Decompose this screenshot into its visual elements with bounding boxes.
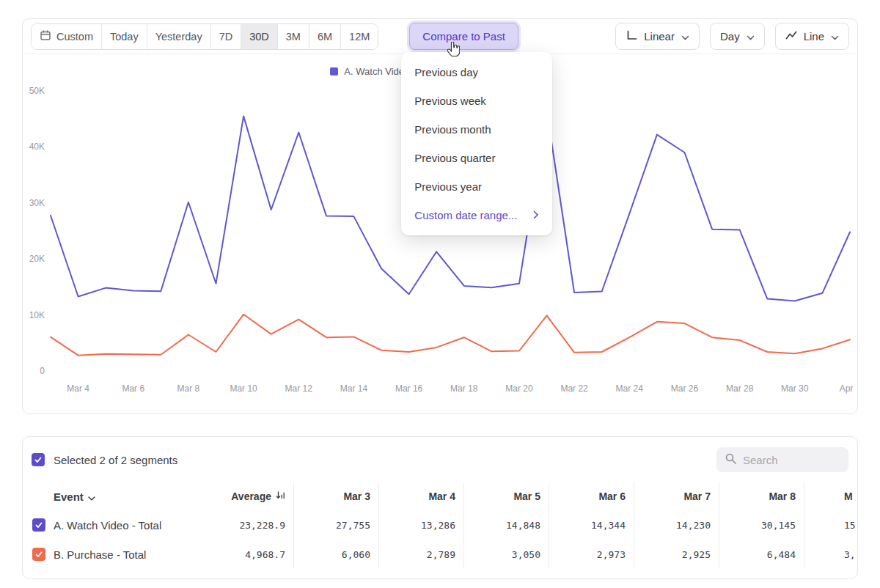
- svg-text:Mar 22: Mar 22: [560, 383, 588, 394]
- segment-label: A. Watch Video - Total: [54, 519, 161, 532]
- menu-item-previous-quarter[interactable]: Previous quarter: [401, 144, 552, 172]
- svg-text:Mar 28: Mar 28: [726, 383, 754, 394]
- selected-summary: Selected 2 of 2 segments: [54, 454, 177, 466]
- cell-value: 13,286: [421, 520, 455, 531]
- cell-value: 2,789: [427, 549, 455, 560]
- cell-value: 2,925: [682, 549, 711, 560]
- search-icon: [725, 452, 737, 468]
- cell-value: 30,145: [761, 520, 796, 531]
- svg-text:Mar 10: Mar 10: [230, 383, 257, 394]
- table-row-purchase: B. Purchase - Total 4,968.7 6,060 2,789 …: [23, 540, 857, 569]
- svg-text:40K: 40K: [29, 142, 45, 152]
- date-column-header-clipped: M: [804, 482, 858, 510]
- compare-to-past-wrapper: Compare to Past Previous day Previous we…: [409, 23, 518, 50]
- custom-date-range-label: Custom date range...: [414, 209, 517, 221]
- scale-label: Linear: [644, 30, 675, 43]
- search-box[interactable]: [716, 447, 848, 472]
- date-range-group: Custom Today Yesterday 7D 30D 3M 6M 12M: [31, 23, 378, 50]
- average-value: 23,228.9: [239, 520, 285, 531]
- menu-item-previous-week[interactable]: Previous week: [401, 87, 552, 115]
- average-column-header[interactable]: Average: [206, 482, 294, 510]
- cell-value: 6,484: [767, 549, 796, 560]
- svg-text:Mar 16: Mar 16: [395, 383, 423, 394]
- chevron-down-icon: [681, 30, 689, 43]
- cell-value: 6,060: [342, 549, 370, 560]
- table-header-row: Event Average Mar 3 Mar 4 Mar 5 Mar 6 Ma…: [23, 482, 857, 510]
- search-input[interactable]: [743, 454, 840, 466]
- range-3m-button[interactable]: 3M: [277, 24, 309, 49]
- segments-header: Selected 2 of 2 segments: [23, 437, 857, 482]
- segment-label: B. Purchase - Total: [54, 548, 146, 561]
- toolbar: Custom Today Yesterday 7D 30D 3M 6M 12M …: [23, 19, 857, 54]
- cell-value-clipped: 15,: [844, 520, 858, 531]
- range-label: Custom: [56, 31, 93, 43]
- cell-value: 27,755: [336, 520, 370, 531]
- cell-value: 3,050: [512, 549, 540, 560]
- compare-to-past-button[interactable]: Compare to Past: [409, 23, 518, 50]
- range-6m-button[interactable]: 6M: [309, 24, 340, 49]
- chevron-right-icon: [533, 209, 539, 221]
- svg-text:20K: 20K: [29, 254, 45, 264]
- svg-text:Mar 4: Mar 4: [67, 383, 89, 394]
- event-column-header[interactable]: Event: [23, 490, 206, 503]
- range-12m-button[interactable]: 12M: [340, 24, 378, 49]
- svg-text:Mar 30: Mar 30: [781, 383, 809, 394]
- chart-options-group: Linear Day Line: [615, 23, 849, 50]
- axis-icon: [626, 30, 637, 43]
- svg-text:10K: 10K: [29, 310, 45, 320]
- compare-dropdown-menu: Previous day Previous week Previous mont…: [401, 52, 552, 235]
- chevron-down-icon: [831, 30, 839, 43]
- date-column-header[interactable]: Mar 6: [549, 482, 634, 510]
- range-30d-button[interactable]: 30D: [241, 24, 277, 49]
- segment-checkbox[interactable]: [32, 548, 45, 561]
- chevron-down-icon: [88, 490, 95, 503]
- chart-type-select-button[interactable]: Line: [775, 23, 849, 50]
- svg-text:Mar 18: Mar 18: [450, 383, 478, 394]
- range-today-button[interactable]: Today: [101, 24, 147, 49]
- cell-value-clipped: 3,: [844, 549, 856, 560]
- svg-text:0: 0: [40, 366, 45, 376]
- svg-text:Mar 26: Mar 26: [671, 383, 699, 394]
- menu-item-previous-day[interactable]: Previous day: [401, 58, 552, 87]
- interval-label: Day: [720, 30, 740, 43]
- menu-item-previous-year[interactable]: Previous year: [401, 172, 552, 201]
- svg-text:Mar 12: Mar 12: [285, 383, 313, 394]
- cell-value: 14,344: [591, 520, 626, 531]
- analytics-page: Custom Today Yesterday 7D 30D 3M 6M 12M …: [0, 0, 880, 588]
- select-all-checkbox[interactable]: [32, 453, 45, 466]
- line-chart-icon: [785, 30, 797, 43]
- cell-value: 2,973: [597, 549, 626, 560]
- menu-item-custom-date-range[interactable]: Custom date range...: [401, 201, 552, 229]
- chart-type-label: Line: [804, 30, 824, 43]
- average-value: 4,968.7: [245, 549, 285, 560]
- svg-text:Mar 24: Mar 24: [616, 383, 644, 394]
- chart-card: Custom Today Yesterday 7D 30D 3M 6M 12M …: [22, 18, 858, 414]
- date-column-header[interactable]: Mar 8: [719, 482, 804, 510]
- cell-value: 14,230: [676, 520, 711, 531]
- table-row-watch-video: A. Watch Video - Total 23,228.9 27,755 1…: [23, 510, 857, 540]
- calendar-icon: [40, 29, 51, 43]
- range-yesterday-button[interactable]: Yesterday: [147, 24, 210, 49]
- menu-item-previous-month[interactable]: Previous month: [401, 115, 552, 144]
- segments-card: Selected 2 of 2 segments Event Average: [22, 436, 858, 579]
- segments-table: Event Average Mar 3 Mar 4 Mar 5 Mar 6 Ma…: [23, 482, 857, 569]
- svg-text:50K: 50K: [29, 86, 45, 96]
- range-custom-button[interactable]: Custom: [32, 24, 101, 49]
- chevron-down-icon: [747, 30, 755, 43]
- interval-select-button[interactable]: Day: [710, 23, 765, 50]
- date-column-header[interactable]: Mar 7: [634, 482, 719, 510]
- cell-value: 14,848: [506, 520, 540, 531]
- svg-text:Mar 20: Mar 20: [505, 383, 533, 394]
- date-column-header[interactable]: Mar 3: [294, 482, 379, 510]
- svg-text:Mar 8: Mar 8: [177, 383, 200, 394]
- segment-checkbox[interactable]: [32, 518, 45, 532]
- legend-swatch: [330, 67, 338, 76]
- sort-descending-icon: [276, 490, 285, 502]
- svg-text:Mar 6: Mar 6: [122, 383, 144, 394]
- range-7d-button[interactable]: 7D: [210, 24, 241, 49]
- date-column-header[interactable]: Mar 4: [379, 482, 464, 510]
- svg-text:Mar 14: Mar 14: [340, 383, 368, 394]
- svg-text:30K: 30K: [29, 198, 45, 208]
- date-column-header[interactable]: Mar 5: [464, 482, 549, 510]
- scale-select-button[interactable]: Linear: [615, 23, 700, 50]
